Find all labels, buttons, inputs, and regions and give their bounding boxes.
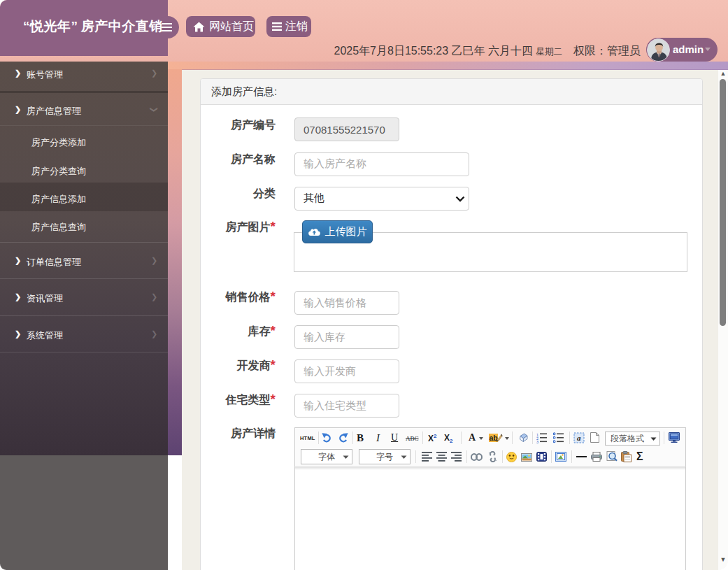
svg-text:a: a (577, 434, 581, 442)
svg-text:3: 3 (536, 440, 538, 443)
